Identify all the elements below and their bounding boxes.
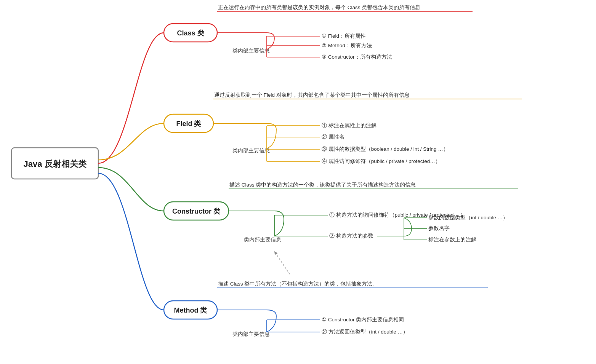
constructor-curve xyxy=(98,168,164,211)
class-item1: ① Field：所有属性 xyxy=(322,33,366,39)
field-sublabel: 类内部主要信息 xyxy=(232,148,270,153)
method-item1: ① Constructor 类内部主要信息相同 xyxy=(322,317,404,322)
class-item3: ③ Constructor：所有构造方法 xyxy=(322,54,392,60)
constructor-sub2-item3: 标注在参数上的注解 xyxy=(428,237,476,243)
constructor-item2: ② 构造方法的参数 xyxy=(329,233,373,239)
field-item3: ③ 属性的数据类型（boolean / double / int / Strin… xyxy=(322,146,449,152)
field-item4: ④ 属性访问修饰符（public / private / protected…） xyxy=(322,158,441,164)
method-sublabel: 类内部主要信息 xyxy=(232,331,270,337)
class-sublabel: 类内部主要信息 xyxy=(232,48,270,54)
constructor-sub2-curve xyxy=(377,218,412,236)
constructor-desc: 描述 Class 类中的构造方法的一个类，该类提供了关于所有描述构造方法的信息 xyxy=(229,182,416,188)
method-label: Method 类 xyxy=(174,307,208,314)
method-item2: ② 方法返回值类型（int / double …） xyxy=(322,329,408,335)
constructor-label: Constructor 类 xyxy=(172,208,221,215)
constructor-sub2-item1: 参数的数据类型（int / double …） xyxy=(428,215,508,220)
class-sub-curve xyxy=(217,33,274,49)
field-item1: ① 标注在属性上的注解 xyxy=(322,123,377,128)
root-label: Java 反射相关类 xyxy=(23,159,87,169)
dashed-arrow xyxy=(274,251,290,274)
constructor-sublabel: 类内部主要信息 xyxy=(244,237,281,243)
class-item2: ② Method：所有方法 xyxy=(322,43,372,48)
method-curve xyxy=(98,173,164,310)
class-desc: 正在运行在内存中的所有类都是该类的实例对象，每个 Class 类都包含本类的所有… xyxy=(218,5,420,10)
method-sub-curve xyxy=(217,310,276,332)
constructor-sub-curve xyxy=(229,211,284,236)
method-desc: 描述 Class 类中所有方法（不包括构造方法）的类，包括抽象方法。 xyxy=(218,281,378,287)
field-label: Field 类 xyxy=(176,120,201,128)
field-desc: 通过反射获取到一个 Field 对象时，其内部包含了某个类中其中一个属性的所有信… xyxy=(214,92,410,98)
field-curve xyxy=(98,123,164,160)
constructor-sub2-item2: 参数名字 xyxy=(428,225,450,231)
class-label: Class 类 xyxy=(177,29,204,37)
field-item2: ② 属性名 xyxy=(322,134,344,140)
